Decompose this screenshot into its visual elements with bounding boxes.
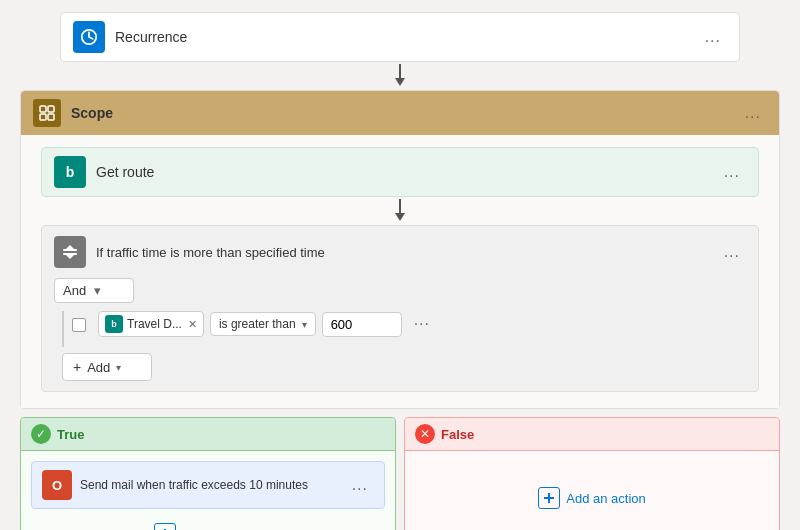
false-add-action-icon bbox=[538, 487, 560, 509]
scope-body: b Get route ... bbox=[21, 135, 779, 408]
true-header: ✓ True bbox=[21, 418, 395, 451]
condition-checkbox[interactable] bbox=[72, 318, 86, 332]
travel-chip-label: Travel D... bbox=[127, 317, 182, 331]
true-panel: ✓ True O Send mail when traffic exceeds … bbox=[20, 417, 396, 530]
arrow-connector-1 bbox=[16, 62, 784, 90]
svg-rect-5 bbox=[40, 114, 46, 120]
condition-title: If traffic time is more than specified t… bbox=[96, 245, 718, 260]
add-plus-icon: + bbox=[73, 359, 81, 375]
svg-rect-9 bbox=[63, 249, 77, 251]
svg-rect-6 bbox=[48, 114, 54, 120]
condition-icon bbox=[54, 236, 86, 268]
chip-close-icon[interactable]: ✕ bbox=[188, 318, 197, 331]
true-label: True bbox=[57, 427, 84, 442]
send-mail-block: O Send mail when traffic exceeds 10 minu… bbox=[31, 461, 385, 509]
scope-title: Scope bbox=[71, 105, 739, 121]
arrow-connector-2 bbox=[41, 197, 759, 225]
svg-marker-11 bbox=[66, 245, 74, 249]
add-label: Add bbox=[87, 360, 110, 375]
scope-header: Scope ... bbox=[21, 91, 779, 135]
condition-header: If traffic time is more than specified t… bbox=[54, 236, 746, 268]
vertical-divider bbox=[62, 311, 64, 347]
true-add-action-label: Add an action bbox=[182, 527, 262, 531]
false-panel-body: Add an action bbox=[405, 451, 779, 525]
send-mail-title: Send mail when traffic exceeds 10 minute… bbox=[80, 478, 346, 492]
svg-rect-10 bbox=[63, 253, 77, 255]
recurrence-title: Recurrence bbox=[115, 29, 699, 45]
condition-ellipsis[interactable]: ... bbox=[718, 239, 746, 265]
svg-marker-2 bbox=[395, 78, 405, 86]
bing-get-route-icon: b bbox=[54, 156, 86, 188]
svg-marker-12 bbox=[66, 255, 74, 259]
true-check-icon: ✓ bbox=[31, 424, 51, 444]
get-route-ellipsis[interactable]: ... bbox=[718, 159, 746, 185]
add-button[interactable]: + Add ▾ bbox=[62, 353, 152, 381]
branch-row: ✓ True O Send mail when traffic exceeds … bbox=[20, 417, 780, 530]
operator-dropdown[interactable]: is greater than ▾ bbox=[210, 312, 316, 336]
false-header: ✕ False bbox=[405, 418, 779, 451]
false-label: False bbox=[441, 427, 474, 442]
true-panel-body: O Send mail when traffic exceeds 10 minu… bbox=[21, 451, 395, 530]
svg-marker-8 bbox=[395, 213, 405, 221]
false-x-icon: ✕ bbox=[415, 424, 435, 444]
recurrence-block: Recurrence ... bbox=[60, 12, 740, 62]
send-mail-ellipsis[interactable]: ... bbox=[346, 472, 374, 498]
svg-rect-4 bbox=[48, 106, 54, 112]
true-add-action-btn[interactable]: Add an action bbox=[31, 517, 385, 530]
condition-line: b Travel D... ✕ is greater than ▾ ··· bbox=[62, 311, 746, 347]
travel-chip[interactable]: b Travel D... ✕ bbox=[98, 311, 204, 337]
and-label: And bbox=[63, 283, 94, 298]
scope-icon bbox=[33, 99, 61, 127]
and-dropdown[interactable]: And ▾ bbox=[54, 278, 134, 303]
get-route-title: Get route bbox=[96, 164, 718, 180]
recurrence-ellipsis[interactable]: ... bbox=[699, 24, 727, 50]
chip-bing-icon: b bbox=[105, 315, 123, 333]
and-chevron-icon: ▾ bbox=[94, 283, 125, 298]
outlook-icon: O bbox=[42, 470, 72, 500]
operator-chevron-icon: ▾ bbox=[302, 319, 307, 330]
recurrence-icon bbox=[73, 21, 105, 53]
condition-block: If traffic time is more than specified t… bbox=[41, 225, 759, 392]
false-add-action-label: Add an action bbox=[566, 491, 646, 506]
true-add-action-icon bbox=[154, 523, 176, 530]
scope-ellipsis[interactable]: ... bbox=[739, 100, 767, 126]
false-add-action-btn[interactable]: Add an action bbox=[415, 481, 769, 515]
add-chevron-icon: ▾ bbox=[116, 362, 121, 373]
condition-row-ellipsis[interactable]: ··· bbox=[408, 311, 436, 337]
svg-rect-3 bbox=[40, 106, 46, 112]
false-panel: ✕ False Add an action bbox=[404, 417, 780, 530]
operator-label: is greater than bbox=[219, 317, 296, 331]
value-input[interactable] bbox=[322, 312, 402, 337]
scope-container: Scope ... b Get route ... bbox=[20, 90, 780, 409]
get-route-block: b Get route ... bbox=[41, 147, 759, 197]
